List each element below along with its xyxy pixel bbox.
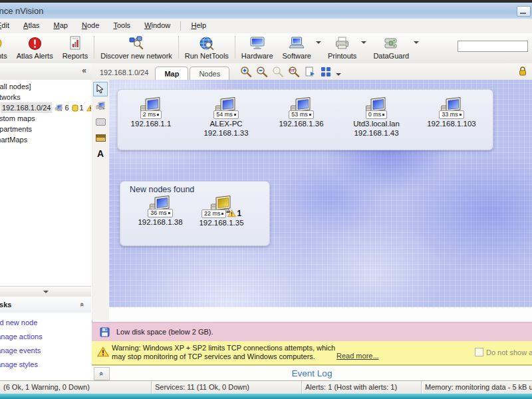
menu-atlas[interactable]: Atlas [17,19,45,33]
warning-icon [227,209,236,217]
node-name: 192.168.1.1 [131,119,172,128]
title-bar[interactable]: Axence nVision [0,3,532,19]
atlas-alerts-button[interactable]: Atlas Alerts [12,33,58,60]
ping-badge: 36 ms [148,209,173,217]
task-manage-actions[interactable]: Manage actions [0,332,91,340]
minimize-button[interactable] [517,6,531,17]
ping-badge: 53 ms [289,110,314,119]
taskbar-edge [0,394,532,399]
filled-rectangle-tool[interactable] [94,131,107,144]
map-node[interactable]: 54 ms ALEX-PC 192.168.1.33 [194,97,258,150]
printouts-button[interactable]: Printouts [323,33,361,60]
reports-button[interactable]: Reports [58,33,93,60]
menu-tools[interactable]: Tools [107,19,136,33]
map-toolbar: 192.168.1.0/24 Map Nodes FIT [92,63,532,80]
ping-badge: 2 ms [140,110,162,119]
map-tool-column: A [92,80,110,321]
zoom-in-icon[interactable] [240,66,252,78]
menu-map[interactable]: Map [48,19,74,33]
tree-item-smartmaps[interactable]: SmartMaps [0,134,91,145]
node-name: Utd3.local.lan [353,119,400,128]
export-map-icon[interactable] [304,66,316,78]
node-name: 192.168.1.103 [427,119,476,128]
tree-item-departments[interactable]: Departments [0,124,91,134]
pointer-tool[interactable] [93,82,108,96]
map-node-warning[interactable]: 22 ms 1 192.168.1.35 [193,196,250,227]
task-manage-styles[interactable]: Manage styles [0,360,91,368]
map-canvas[interactable]: 2 ms 192.168.1.1 54 ms ALEX-PC 192.168.1… [109,80,532,307]
pointer-icon [96,84,104,94]
disk-space-notification[interactable]: Low disk space (below 2 GB). [92,322,532,342]
ping-badge: 33 ms [439,110,464,119]
tree-item-networks[interactable]: Networks [0,92,91,102]
dataguard-dropdown-arrow[interactable] [414,41,419,44]
menu-separator [180,21,181,31]
text-tool-icon: A [97,148,104,159]
add-node-tool[interactable] [94,99,107,112]
tasks-panel-header[interactable]: Tasks « [0,297,91,313]
map-node[interactable]: 36 ms 192.168.1.38 [132,196,189,227]
menu-bar: Edit Atlas Map Node Tools Window Help [0,19,532,34]
status-memory: Memory: monitoring data - 5 kB used ( [422,381,532,394]
zoom-out-icon[interactable] [256,66,268,78]
chevron-down-icon [43,291,49,293]
new-nodes-group: New nodes found 36 ms 192.168.1.38 22 ms… [120,181,270,246]
node-name: 192.168.1.38 [138,217,182,227]
discover-network-button[interactable]: Discover new network [96,33,177,60]
software-dropdown-arrow[interactable] [316,41,321,44]
printouts-dropdown-arrow[interactable] [361,41,366,44]
map-node[interactable]: 0 ms Utd3.local.lan 192.168.1.43 [344,97,408,150]
run-nettools-button[interactable]: Run NetTools [180,33,233,60]
text-tool[interactable]: A [94,147,107,160]
filled-rectangle-icon [96,134,106,142]
status-hosts: (6 Ok, 1 Warning, 0 Down) [0,381,152,394]
events-icon [0,35,3,51]
lock-icon[interactable] [518,66,527,76]
discover-network-icon [128,35,144,51]
dont-show-again: Do not show again [475,348,532,356]
group-title: New nodes found [120,182,269,196]
event-log-title[interactable]: Event Log [92,368,532,378]
map-node[interactable]: 2 ms 192.168.1.1 [119,97,183,150]
dataguard-icon [383,35,399,51]
menu-window[interactable]: Window [138,19,176,33]
map-region: A 2 ms 192.168.1.1 54 ms ALEX-PC 192.168… [92,80,532,321]
tab-map[interactable]: Map [155,66,188,80]
map-node[interactable]: 53 ms 192.168.1.36 [269,97,333,150]
hardware-button[interactable]: Hardware [237,33,278,60]
alert-icon [28,35,42,51]
tree-item-network-192-168-1-0[interactable]: 192.168.1.0/24 6 1 1 [0,102,91,113]
collapse-sidebar-icon[interactable]: « [82,66,86,75]
dataguard-button[interactable]: DataGuard [368,33,414,60]
layout-dropdown-arrow[interactable] [336,73,341,76]
alert-count: 1 [237,209,241,218]
svg-text:FIT: FIT [289,68,295,72]
read-more-link[interactable]: Read more... [336,352,379,360]
task-manage-events[interactable]: Manage events [0,346,91,354]
menu-node[interactable]: Node [76,19,105,33]
tree-item-atlas[interactable]: Atlas [all nodes] [0,81,91,92]
tree-scroll-down-button[interactable] [0,286,91,297]
tab-nodes[interactable]: Nodes [190,66,229,80]
window-title: Axence nVision [0,6,43,16]
zoom-fit-icon[interactable]: FIT [288,66,300,78]
menu-help[interactable]: Help [185,19,212,33]
search-input[interactable] [458,41,528,52]
map-canvas-margin [109,307,532,321]
sidebar-header: « [0,63,92,80]
collapse-tasks-icon[interactable]: « [78,303,86,307]
software-button[interactable]: Software [278,33,316,60]
toolbar-separator [94,36,94,59]
task-add-new-node[interactable]: Add new node [0,319,91,327]
zoom-controls: FIT [240,66,341,78]
computer-icon [55,104,63,112]
map-node[interactable]: 33 ms 192.168.1.103 [420,97,483,150]
layout-grid-icon[interactable] [320,66,332,78]
tree-item-custom-maps[interactable]: Custom maps [0,113,91,124]
monitor-icon [249,35,265,51]
menu-edit[interactable]: Edit [0,19,15,33]
events-button[interactable]: Events [0,33,12,60]
ping-badge: 54 ms [213,110,239,119]
rectangle-tool[interactable] [94,115,107,128]
dont-show-checkbox[interactable] [475,348,483,356]
